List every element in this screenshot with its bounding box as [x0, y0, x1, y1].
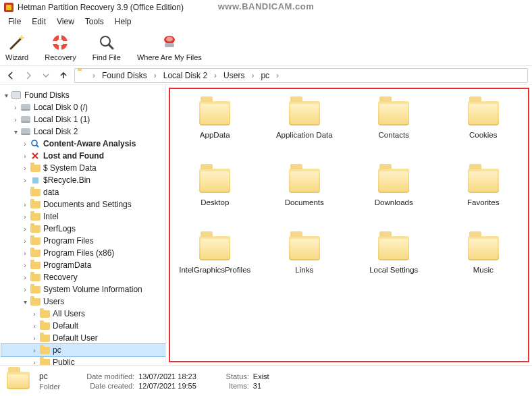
recovery-label: Recovery — [45, 53, 76, 61]
wizard-icon — [7, 33, 26, 52]
x-icon — [30, 151, 41, 161]
tree-programdata[interactable]: ›ProgramData — [1, 259, 165, 271]
chevron-right-icon: › — [250, 71, 255, 80]
recovery-button[interactable]: Recovery — [45, 33, 76, 61]
folder-item[interactable]: Desktop — [170, 169, 260, 206]
folder-icon — [378, 101, 409, 125]
status-name: pc — [39, 372, 60, 381]
folder-label: Cookies — [469, 131, 498, 139]
tree-label: Found Disks — [24, 90, 70, 100]
folder-item[interactable]: Documents — [260, 169, 350, 206]
svg-point-0 — [20, 36, 23, 39]
findfile-button[interactable]: Find File — [92, 33, 121, 61]
menu-file[interactable]: File — [3, 16, 26, 28]
date-modified-label: Date modified: — [76, 372, 134, 380]
tree-default[interactable]: ›Default — [1, 320, 165, 332]
tree-all-users[interactable]: ›All Users — [1, 308, 165, 320]
tree-users[interactable]: ▾Users — [1, 295, 165, 308]
status-folder-icon — [7, 372, 30, 391]
tree-program-files[interactable]: ›Program Files — [1, 235, 165, 247]
folder-item[interactable]: Downloads — [349, 169, 439, 206]
menu-edit[interactable]: Edit — [26, 16, 51, 28]
date-created-label: Date created: — [76, 382, 134, 390]
menu-help[interactable]: Help — [109, 16, 137, 28]
folder-icon — [199, 236, 230, 260]
tree-content-aware[interactable]: ›Content-Aware Analysis — [1, 138, 165, 150]
wheremyfiles-label: Where Are My Files — [137, 53, 202, 61]
folder-label: Favorites — [467, 198, 499, 206]
crumb-local-disk-2[interactable]: Local Disk 2 — [161, 71, 210, 80]
menu-tools[interactable]: Tools — [80, 16, 109, 28]
folder-item[interactable]: Application Data — [260, 101, 350, 139]
folder-item[interactable]: Links — [260, 236, 350, 274]
crumb-found-disks[interactable]: Found Disks — [99, 71, 150, 80]
menu-view[interactable]: View — [51, 16, 80, 28]
tree-local-disk-2[interactable]: ▾Local Disk 2 — [1, 125, 165, 138]
folder-label: Desktop — [201, 198, 229, 206]
folder-item[interactable]: Music — [439, 236, 529, 274]
tree-found-disks[interactable]: ▾ Found Disks — [1, 89, 165, 101]
svg-point-7 — [32, 140, 37, 146]
wizard-label: Wizard — [5, 53, 28, 61]
content-pane[interactable]: AppDataApplication DataContactsCookiesDe… — [166, 85, 532, 365]
svg-rect-8 — [32, 177, 38, 183]
magnifier-icon — [97, 33, 116, 52]
tree-program-files-x86[interactable]: ›Program Files (x86) — [1, 247, 165, 259]
svg-point-5 — [166, 36, 173, 41]
nav-back-button[interactable] — [4, 69, 18, 82]
tree-default-user[interactable]: ›Default User — [1, 332, 165, 344]
nav-forward-button[interactable] — [22, 69, 35, 82]
menu-bar: File Edit View Tools Help — [0, 15, 532, 28]
folder-icon — [468, 169, 499, 193]
date-modified-value: 13/07/2021 18:23 — [138, 372, 196, 380]
toolbar: Wizard Recovery Find File Where Are My F… — [0, 28, 532, 66]
tree-recycle-bin[interactable]: ›$Recycle.Bin — [1, 174, 165, 186]
chevron-right-icon: › — [275, 71, 280, 80]
folder-label: Documents — [285, 198, 324, 206]
tree-public[interactable]: ›Public — [1, 356, 165, 365]
magnifier-icon — [30, 139, 41, 148]
folder-label: Downloads — [375, 198, 413, 206]
status-type: Folder — [39, 383, 60, 391]
tree-pc[interactable]: ›pc — [1, 344, 165, 356]
folder-icon — [468, 236, 499, 260]
svg-point-2 — [57, 39, 63, 46]
folder-item[interactable]: Contacts — [349, 101, 439, 139]
tree-perflogs[interactable]: ›PerfLogs — [1, 223, 165, 235]
folder-item[interactable]: Cookies — [439, 101, 529, 139]
folder-item[interactable]: AppData — [170, 101, 260, 139]
crumb-pc[interactable]: pc — [258, 71, 272, 80]
folder-item[interactable]: Local Settings — [349, 236, 439, 274]
tree-recovery[interactable]: ›Recovery — [1, 271, 165, 283]
app-icon — [4, 3, 14, 12]
tree-local-disk-0[interactable]: ›Local Disk 0 (/) — [1, 101, 165, 113]
tree-documents-settings[interactable]: ›Documents and Settings — [1, 198, 165, 210]
chevron-right-icon: › — [91, 71, 97, 80]
tree-intel[interactable]: ›Intel — [1, 210, 165, 223]
crumb-users[interactable]: Users — [221, 71, 247, 80]
wheremyfiles-button[interactable]: Where Are My Files — [137, 33, 202, 61]
chevron-right-icon: › — [153, 71, 158, 80]
recycle-icon — [30, 175, 41, 185]
tree-sysvol[interactable]: ›System Volume Information — [1, 283, 165, 295]
folder-label: Local Settings — [369, 266, 418, 274]
nav-up-button[interactable] — [57, 69, 70, 82]
tree-data[interactable]: ›data — [1, 186, 165, 198]
chevron-right-icon: › — [213, 71, 218, 80]
tree-system-data[interactable]: ›$ System Data — [1, 162, 165, 174]
folder-item[interactable]: Favorites — [439, 169, 529, 206]
wizard-button[interactable]: Wizard — [5, 33, 28, 61]
folder-label: Music — [473, 266, 494, 274]
tree-lost-found[interactable]: ›Lost and Found — [1, 150, 165, 162]
breadcrumb[interactable]: › Found Disks › Local Disk 2 › Users › p… — [74, 68, 528, 83]
folder-icon — [199, 169, 230, 193]
folder-label: IntelGraphicsProfiles — [179, 266, 250, 274]
folder-item[interactable]: IntelGraphicsProfiles — [170, 236, 260, 274]
items-label: Items: — [219, 382, 249, 390]
app-title: Hetman Partition Recovery 3.9 (Office Ed… — [18, 3, 184, 12]
tree-pane[interactable]: ▾ Found Disks ›Local Disk 0 (/) ›Local D… — [0, 85, 166, 365]
nav-history-button[interactable] — [39, 69, 53, 82]
tree-local-disk-1[interactable]: ›Local Disk 1 (1) — [1, 113, 165, 125]
lifebuoy-icon — [51, 33, 70, 52]
folder-label: Contacts — [379, 131, 409, 139]
